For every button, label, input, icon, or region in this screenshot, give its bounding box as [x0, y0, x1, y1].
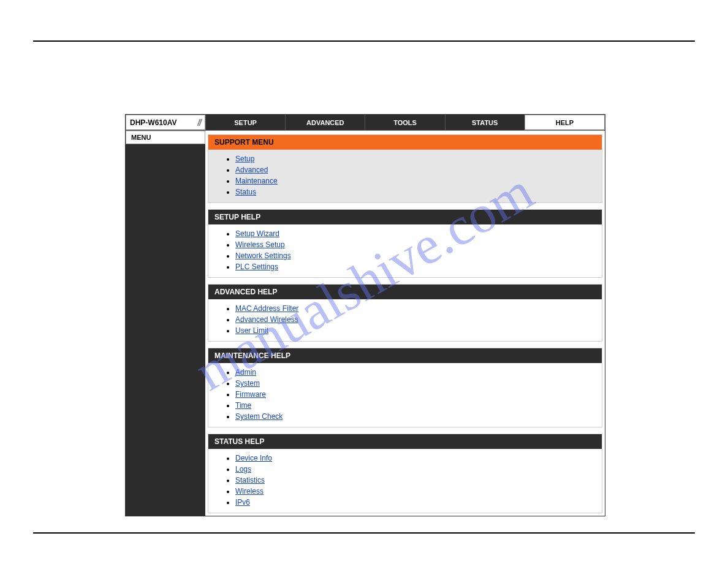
panel-header: STATUS HELP: [208, 434, 602, 449]
help-link[interactable]: Logs: [235, 465, 251, 473]
list-item: Firmware: [235, 389, 597, 400]
help-link[interactable]: IPv6: [235, 498, 250, 507]
list-item: Status: [235, 186, 597, 197]
list-item: Wireless Setup: [235, 239, 597, 250]
help-link[interactable]: Advanced: [235, 166, 268, 174]
list-item: Statistics: [235, 475, 597, 486]
list-item: Device Info: [235, 453, 597, 464]
help-link[interactable]: MAC Address Filter: [235, 304, 298, 313]
help-link[interactable]: PLC Settings: [235, 262, 278, 271]
list-item: Logs: [235, 464, 597, 475]
list-item: User Limit: [235, 325, 597, 336]
link-list: Setup WizardWireless SetupNetwork Settin…: [226, 228, 597, 272]
tabs-row: SETUPADVANCEDTOOLSSTATUSHELP: [205, 115, 605, 130]
panel-0: SUPPORT MENUSetupAdvancedMaintenanceStat…: [208, 134, 602, 203]
help-link[interactable]: Statistics: [235, 476, 265, 484]
list-item: Setup Wizard: [235, 228, 597, 239]
help-link[interactable]: Device Info: [235, 454, 272, 462]
list-item: Admin: [235, 367, 597, 378]
top-nav: DHP-W610AV // SETUPADVANCEDTOOLSSTATUSHE…: [126, 115, 605, 131]
main-content: SUPPORT MENUSetupAdvancedMaintenanceStat…: [205, 131, 605, 516]
help-link[interactable]: Status: [235, 188, 256, 196]
help-link[interactable]: Network Settings: [235, 251, 291, 260]
panel-body: AdminSystemFirmwareTimeSystem Check: [208, 363, 602, 427]
list-item: Advanced Wireless: [235, 314, 597, 325]
device-model-text: DHP-W610AV: [130, 118, 176, 127]
content-row: MENU SUPPORT MENUSetupAdvancedMaintenanc…: [126, 131, 605, 516]
panel-body: Device InfoLogsStatisticsWirelessIPv6: [208, 449, 602, 513]
link-list: Device InfoLogsStatisticsWirelessIPv6: [226, 453, 597, 508]
list-item: Advanced: [235, 164, 597, 175]
tab-setup[interactable]: SETUP: [205, 115, 285, 130]
list-item: IPv6: [235, 497, 597, 508]
panel-1: SETUP HELPSetup WizardWireless SetupNetw…: [208, 209, 602, 278]
list-item: System Check: [235, 411, 597, 422]
help-link[interactable]: Setup Wizard: [235, 229, 279, 238]
list-item: Wireless: [235, 486, 597, 497]
page-hr-top: [33, 40, 695, 42]
panel-4: STATUS HELPDevice InfoLogsStatisticsWire…: [208, 434, 602, 513]
panel-3: MAINTENANCE HELPAdminSystemFirmwareTimeS…: [208, 348, 602, 427]
sidebar: MENU: [126, 131, 205, 516]
help-link[interactable]: User Limit: [235, 326, 268, 335]
help-link[interactable]: Advanced Wireless: [235, 315, 298, 324]
help-link[interactable]: Wireless Setup: [235, 240, 285, 249]
help-link[interactable]: Admin: [235, 368, 256, 377]
panel-body: MAC Address FilterAdvanced WirelessUser …: [208, 299, 602, 341]
tab-tools[interactable]: TOOLS: [365, 115, 444, 130]
panel-body: Setup WizardWireless SetupNetwork Settin…: [208, 224, 602, 277]
router-admin-frame: DHP-W610AV // SETUPADVANCEDTOOLSSTATUSHE…: [125, 114, 605, 516]
help-link[interactable]: Time: [235, 401, 251, 410]
link-list: MAC Address FilterAdvanced WirelessUser …: [226, 303, 597, 336]
help-link[interactable]: Wireless: [235, 487, 264, 496]
list-item: System: [235, 378, 597, 389]
list-item: Maintenance: [235, 175, 597, 186]
sidebar-menu-label: MENU: [126, 131, 205, 144]
panel-header: MAINTENANCE HELP: [208, 348, 602, 363]
panel-body: SetupAdvancedMaintenanceStatus: [208, 150, 602, 202]
tab-advanced[interactable]: ADVANCED: [285, 115, 365, 130]
panel-header: SUPPORT MENU: [208, 135, 602, 150]
panel-header: ADVANCED HELP: [208, 285, 602, 299]
help-link[interactable]: Maintenance: [235, 177, 278, 185]
decor-slashes-icon: //: [197, 118, 201, 128]
help-link[interactable]: System Check: [235, 412, 282, 421]
list-item: MAC Address Filter: [235, 303, 597, 314]
help-link[interactable]: Setup: [235, 155, 254, 163]
list-item: PLC Settings: [235, 261, 597, 272]
list-item: Time: [235, 400, 597, 411]
list-item: Setup: [235, 153, 597, 164]
page-hr-bottom: [33, 532, 695, 534]
link-list: AdminSystemFirmwareTimeSystem Check: [226, 367, 597, 422]
tab-help[interactable]: HELP: [525, 115, 605, 130]
list-item: Network Settings: [235, 250, 597, 261]
device-model-label: DHP-W610AV //: [126, 115, 205, 130]
link-list: SetupAdvancedMaintenanceStatus: [226, 153, 597, 197]
tab-status[interactable]: STATUS: [445, 115, 525, 130]
panel-header: SETUP HELP: [208, 210, 602, 224]
help-link[interactable]: System: [235, 379, 260, 388]
help-link[interactable]: Firmware: [235, 390, 266, 399]
panel-2: ADVANCED HELPMAC Address FilterAdvanced …: [208, 284, 602, 342]
